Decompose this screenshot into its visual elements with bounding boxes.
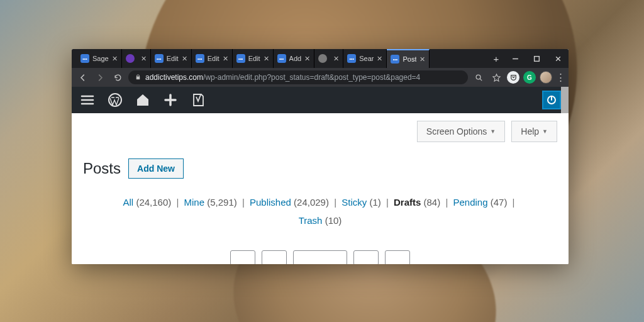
filter-published[interactable]: Published <box>250 197 291 208</box>
favicon-icon: ••• <box>80 54 89 63</box>
browser-tab[interactable]: •••Post✕ <box>387 49 430 68</box>
tab-label: Post <box>402 55 416 63</box>
url-text: addictivetips.com/wp-admin/edit.php?post… <box>145 73 420 82</box>
browser-tab[interactable]: ✕ <box>314 49 343 68</box>
filter-all[interactable]: All <box>123 197 134 208</box>
chevron-down-icon: ▼ <box>542 128 548 135</box>
tab-label: Edit <box>167 55 179 62</box>
screen-options-button[interactable]: Screen Options ▼ <box>417 121 505 142</box>
favicon-icon: ••• <box>347 54 356 63</box>
url-box[interactable]: addictivetips.com/wp-admin/edit.php?post… <box>128 70 468 84</box>
favicon-icon: ••• <box>236 54 245 63</box>
tab-label: Sage <box>92 55 109 62</box>
close-tab-icon[interactable]: ✕ <box>182 55 187 63</box>
filter-sticky[interactable]: Sticky <box>341 197 367 208</box>
back-button[interactable] <box>75 70 89 84</box>
filter-mine-count: (5,291) <box>207 197 237 208</box>
favicon-icon: ••• <box>196 54 204 63</box>
close-tab-icon[interactable]: ✕ <box>419 55 425 64</box>
close-tab-icon[interactable]: ✕ <box>141 55 147 63</box>
add-new-icon[interactable] <box>162 92 179 108</box>
browser-tab[interactable]: ✕ <box>122 49 151 68</box>
filter-trash[interactable]: Trash <box>299 215 323 226</box>
add-new-button[interactable]: Add New <box>128 158 184 179</box>
browser-tab[interactable]: •••Sear✕ <box>343 49 387 68</box>
tab-label: Edit <box>208 55 219 62</box>
new-tab-button[interactable]: + <box>488 49 504 68</box>
close-tab-icon[interactable]: ✕ <box>112 55 118 63</box>
filter-published-count: (24,029) <box>294 197 329 208</box>
favicon-icon <box>318 54 327 63</box>
filter-sticky-count: (1) <box>369 197 380 208</box>
address-bar: addictivetips.com/wp-admin/edit.php?post… <box>72 68 569 87</box>
pagination-first[interactable] <box>230 250 255 264</box>
close-tab-icon[interactable]: ✕ <box>223 55 228 63</box>
screen-options-label: Screen Options <box>426 126 487 136</box>
tab-label: Edit <box>248 55 260 62</box>
filter-drafts-count: (84) <box>424 197 441 208</box>
yoast-icon[interactable] <box>190 92 206 108</box>
help-button[interactable]: Help ▼ <box>511 121 557 142</box>
favicon-icon <box>126 54 135 63</box>
close-tab-icon[interactable]: ✕ <box>377 55 382 63</box>
titlebar: •••Sage✕✕•••Edit✕•••Edit✕•••Edit✕•••Add✕… <box>72 49 569 68</box>
help-label: Help <box>521 126 539 136</box>
browser-tab[interactable]: •••Add✕ <box>274 49 315 68</box>
browser-tab[interactable]: •••Edit✕ <box>151 49 192 68</box>
favicon-icon: ••• <box>155 54 164 63</box>
page-title: Posts <box>83 160 121 177</box>
star-icon[interactable] <box>489 70 503 84</box>
pagination-current[interactable] <box>293 250 347 264</box>
browser-window: •••Sage✕✕•••Edit✕•••Edit✕•••Edit✕•••Add✕… <box>72 49 569 264</box>
pagination-next[interactable] <box>353 250 379 264</box>
filter-drafts[interactable]: Drafts <box>394 197 421 208</box>
browser-tab[interactable]: •••Edit✕ <box>233 49 274 68</box>
browser-tab[interactable]: •••Sage✕ <box>77 49 122 68</box>
favicon-icon: ••• <box>277 54 286 63</box>
window-controls <box>504 49 569 68</box>
pagination-last[interactable] <box>385 250 410 264</box>
forward-button[interactable] <box>93 70 107 84</box>
close-tab-icon[interactable]: ✕ <box>333 55 339 63</box>
home-icon[interactable] <box>135 92 151 108</box>
pagination-controls <box>230 250 410 264</box>
svg-rect-0 <box>534 56 539 61</box>
hamburger-menu-icon[interactable] <box>79 92 96 108</box>
maximize-button[interactable] <box>526 49 547 68</box>
wp-admin-bar <box>72 87 569 113</box>
wordpress-logo-icon[interactable] <box>107 92 123 108</box>
post-status-filters: All (24,160) | Mine (5,291) | Published … <box>83 194 557 230</box>
tab-label: Add <box>289 55 302 62</box>
pagination-prev[interactable] <box>262 250 287 264</box>
filter-trash-count: (10) <box>325 215 342 226</box>
extension-grammarly-icon[interactable]: G <box>523 71 536 84</box>
chevron-down-icon: ▼ <box>490 128 496 135</box>
filter-all-count: (24,160) <box>136 197 171 208</box>
page-content: Screen Options ▼ Help ▼ Posts Add New Al… <box>72 113 569 264</box>
favicon-icon: ••• <box>391 55 399 64</box>
close-window-button[interactable] <box>547 49 569 68</box>
power-button[interactable] <box>542 91 561 109</box>
search-icon[interactable] <box>472 70 486 84</box>
reload-button[interactable] <box>111 70 125 84</box>
filter-pending-count: (47) <box>491 197 508 208</box>
extension-pocket-icon[interactable] <box>507 71 519 84</box>
lock-icon <box>135 72 142 83</box>
filter-mine[interactable]: Mine <box>184 197 205 208</box>
profile-avatar[interactable] <box>540 71 552 84</box>
tab-strip: •••Sage✕✕•••Edit✕•••Edit✕•••Edit✕•••Add✕… <box>72 49 488 68</box>
close-tab-icon[interactable]: ✕ <box>304 55 310 63</box>
tab-label: Sear <box>359 55 374 62</box>
filter-pending[interactable]: Pending <box>453 197 487 208</box>
browser-menu-button[interactable]: ⋮ <box>556 72 565 83</box>
browser-tab[interactable]: •••Edit✕ <box>192 49 233 68</box>
minimize-button[interactable] <box>504 49 526 68</box>
close-tab-icon[interactable]: ✕ <box>264 55 269 63</box>
